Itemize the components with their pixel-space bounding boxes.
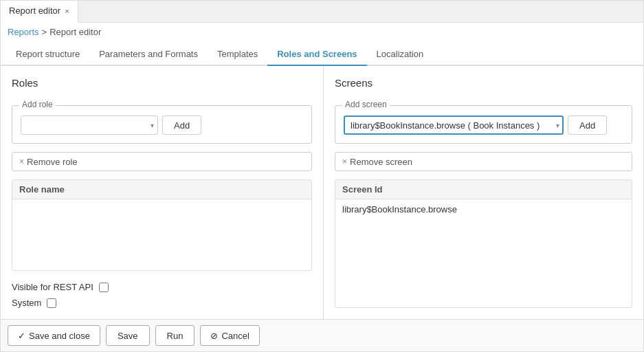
- screens-table: Screen Id library$BookInstance.browse: [335, 179, 632, 308]
- remove-screen-label: Remove screen: [350, 157, 412, 167]
- breadcrumb-separator: >: [42, 27, 47, 37]
- tab-label: Report editor: [9, 6, 60, 16]
- screens-panel-title: Screens: [335, 77, 632, 89]
- save-button[interactable]: Save: [106, 325, 150, 346]
- cancel-label: Cancel: [221, 331, 249, 341]
- system-checkbox[interactable]: [47, 298, 56, 308]
- screens-table-header: Screen Id: [335, 180, 632, 199]
- tab-report-structure[interactable]: Report structure: [6, 43, 89, 66]
- save-and-close-button[interactable]: ✓ Save and close: [8, 325, 100, 346]
- save-close-label: Save and close: [29, 331, 90, 341]
- add-screen-button[interactable]: Add: [568, 116, 607, 135]
- add-screen-inner: library$BookInstance.browse ( Book Insta…: [344, 116, 623, 135]
- table-row: library$BookInstance.browse: [335, 199, 632, 219]
- screen-select-wrapper: library$BookInstance.browse ( Book Insta…: [344, 116, 564, 135]
- app-container: Report editor × Reports > Report editor …: [0, 0, 644, 352]
- add-role-legend: Add role: [19, 100, 56, 109]
- system-label: System: [12, 298, 41, 308]
- check-section: Visible for REST API System: [12, 282, 312, 308]
- nav-tabs: Report structure Parameters and Formats …: [1, 41, 643, 66]
- bottom-toolbar: ✓ Save and close Save Run ⊘ Cancel: [1, 319, 643, 351]
- add-role-inner: ▾ Add: [21, 116, 303, 135]
- remove-role-x-icon: ×: [19, 157, 24, 166]
- roles-table: Role name: [12, 179, 312, 271]
- visible-rest-api-checkbox[interactable]: [99, 283, 109, 292]
- visible-rest-api-label: Visible for REST API: [12, 282, 93, 292]
- save-close-check-icon: ✓: [18, 331, 25, 341]
- cancel-ban-icon: ⊘: [210, 331, 218, 341]
- role-select[interactable]: [21, 116, 158, 135]
- tab-close-icon[interactable]: ×: [65, 7, 69, 15]
- breadcrumb: Reports > Report editor: [1, 23, 643, 41]
- tab-roles-and-screens[interactable]: Roles and Screens: [267, 43, 366, 66]
- screens-panel: Screens Add screen library$BookInstance.…: [324, 66, 643, 319]
- screen-select[interactable]: library$BookInstance.browse ( Book Insta…: [344, 116, 564, 135]
- main-content: Roles Add role ▾ Add × Remove role: [1, 66, 643, 319]
- visible-rest-api-item: Visible for REST API: [12, 282, 312, 292]
- remove-screen-x-icon: ×: [342, 157, 347, 166]
- report-editor-tab[interactable]: Report editor ×: [1, 1, 78, 23]
- add-role-group: Add role ▾ Add: [12, 105, 312, 144]
- tab-bar: Report editor ×: [1, 1, 643, 23]
- remove-role-label: Remove role: [27, 157, 78, 167]
- breadcrumb-current: Report editor: [49, 27, 101, 37]
- roles-panel-title: Roles: [12, 77, 312, 89]
- role-select-wrapper: ▾: [21, 116, 158, 135]
- tab-parameters-and-formats[interactable]: Parameters and Formats: [89, 43, 208, 66]
- tab-localization[interactable]: Localization: [367, 43, 434, 66]
- system-item: System: [12, 298, 312, 308]
- run-button[interactable]: Run: [155, 325, 195, 346]
- remove-role-button[interactable]: × Remove role: [12, 152, 312, 171]
- tab-templates[interactable]: Templates: [208, 43, 267, 66]
- add-screen-legend: Add screen: [342, 100, 390, 109]
- remove-screen-button[interactable]: × Remove screen: [335, 152, 632, 171]
- add-role-button[interactable]: Add: [162, 116, 201, 135]
- cancel-button[interactable]: ⊘ Cancel: [200, 325, 259, 346]
- roles-panel: Roles Add role ▾ Add × Remove role: [1, 66, 324, 319]
- add-screen-group: Add screen library$BookInstance.browse (…: [335, 105, 632, 144]
- breadcrumb-reports-link[interactable]: Reports: [8, 27, 39, 37]
- roles-table-header: Role name: [12, 180, 311, 199]
